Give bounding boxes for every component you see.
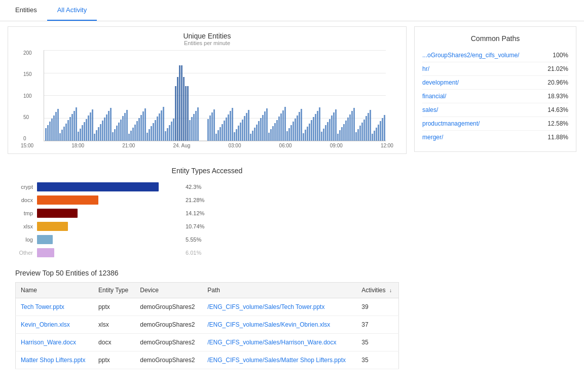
path-row: productmanagement/12.58% <box>422 117 568 131</box>
table-body: Tech Tower.pptxpptxdemoGroupShares2/ENG_… <box>16 298 399 369</box>
y-label-0: 0 <box>23 136 32 141</box>
entity-bar-label: log <box>15 237 33 243</box>
chart-bar <box>169 125 170 141</box>
entity-name-link[interactable]: Harrison_Ware.docx <box>21 339 76 346</box>
chart-bar <box>337 134 339 141</box>
path-name[interactable]: productmanagement/ <box>422 120 480 127</box>
chart-bar <box>96 130 97 141</box>
tab-all-activity[interactable]: All Activity <box>47 0 97 21</box>
path-name[interactable]: financial/ <box>422 93 446 100</box>
cell-name[interactable]: Kevin_Obrien.xlsx <box>16 316 94 334</box>
entity-bar-value: 6.01% <box>186 250 201 256</box>
chart-bar <box>213 109 215 141</box>
chart-bar <box>331 115 333 141</box>
path-name[interactable]: merger/ <box>422 134 443 141</box>
chart-bar <box>76 107 77 141</box>
chart-bar <box>126 110 128 141</box>
chart-bar <box>234 132 235 141</box>
chart-bar <box>144 108 146 141</box>
chart-bar <box>138 118 140 141</box>
col-activities[interactable]: Activities ↓ <box>356 283 398 298</box>
path-link[interactable]: /ENG_CIFS_volume/Sales/Kevin_Obrien.xlsx <box>207 321 330 328</box>
cell-path[interactable]: /ENG_CIFS_volume/Sales/Harrison_Ware.doc… <box>202 334 356 351</box>
chart-bar <box>207 119 209 141</box>
entities-table: Name Entity Type Device Path Activities … <box>15 282 399 369</box>
tabs-container: Entities All Activity <box>0 0 584 21</box>
chart-bar <box>305 130 306 141</box>
entity-bar-row: Other6.01% <box>15 248 399 257</box>
chart-bar <box>78 132 79 141</box>
chart-bar <box>266 108 268 141</box>
path-percentage: 18.93% <box>548 93 568 100</box>
cell-name[interactable]: Tech Tower.pptx <box>16 298 94 316</box>
left-panel: Unique Entities Entities per minute 200 … <box>8 26 407 369</box>
path-name[interactable]: ...oGroupShares2/eng_cifs_volume/ <box>422 52 519 59</box>
chart-bar <box>351 111 353 141</box>
table-header: Name Entity Type Device Path Activities … <box>16 283 399 298</box>
chart-bar <box>74 111 75 141</box>
chart-bar <box>297 115 298 141</box>
path-link[interactable]: /ENG_CIFS_volume/Sales/Matter Shop Lifte… <box>207 357 346 364</box>
chart-bar <box>82 125 83 141</box>
cell-name[interactable]: Harrison_Ware.docx <box>16 334 94 351</box>
chart-bar <box>282 110 284 141</box>
entity-bar-fill <box>37 209 78 218</box>
path-link[interactable]: /ENG_CIFS_volume/Sales/Tech Tower.pptx <box>207 303 324 310</box>
chart-bars <box>44 50 386 141</box>
chart-bar <box>59 133 61 141</box>
chart-bar <box>380 121 381 141</box>
entity-name-link[interactable]: Kevin_Obrien.xlsx <box>21 321 70 328</box>
cell-device: demoGroupShares2 <box>135 298 202 316</box>
entity-bar-value: 10.74% <box>186 223 204 229</box>
chart-bar <box>270 129 272 141</box>
chart-bar <box>69 117 71 141</box>
chart-bar <box>49 122 51 141</box>
chart-bar <box>211 112 213 141</box>
chart-bar <box>185 86 187 141</box>
chart-bar <box>106 114 107 141</box>
entity-bar-fill <box>37 235 53 244</box>
chart-bar <box>94 134 95 141</box>
entity-name-link[interactable]: Tech Tower.pptx <box>21 303 64 310</box>
chart-bar <box>232 108 233 141</box>
path-percentage: 21.02% <box>548 65 568 72</box>
entity-bars: crypt42.3%docx21.28%tmp14.12%xlsx10.74%l… <box>15 182 399 257</box>
entity-bar-fill <box>37 182 159 191</box>
chart-bar <box>244 116 245 141</box>
entity-bar-value: 5.55% <box>186 237 201 243</box>
chart-bar <box>248 110 249 141</box>
cell-name[interactable]: Matter Shop Lifters.pptx <box>16 351 94 369</box>
chart-bar <box>195 111 197 141</box>
chart-bar <box>252 131 253 141</box>
cell-path[interactable]: /ENG_CIFS_volume/Sales/Matter Shop Lifte… <box>202 351 356 369</box>
chart-bar <box>333 112 335 141</box>
chart-bar <box>177 77 178 141</box>
chart-bar <box>92 109 93 141</box>
cell-path[interactable]: /ENG_CIFS_volume/Sales/Kevin_Obrien.xlsx <box>202 316 356 334</box>
chart-bar <box>53 115 55 141</box>
tab-entities[interactable]: Entities <box>5 0 47 21</box>
entity-types-title: Entity Types Accessed <box>15 167 399 175</box>
preview-title: Preview Top 50 Entities of 12386 <box>15 269 399 277</box>
entity-bar-label: tmp <box>15 210 33 216</box>
chart-bar <box>110 108 112 141</box>
path-name[interactable]: development/ <box>422 79 459 86</box>
path-link[interactable]: /ENG_CIFS_volume/Sales/Harrison_Ware.doc… <box>207 339 336 346</box>
paths-list: ...oGroupShares2/eng_cifs_volume/100%hr/… <box>422 49 568 144</box>
table-row: Kevin_Obrien.xlsxxlsxdemoGroupShares2/EN… <box>16 316 399 334</box>
path-name[interactable]: sales/ <box>422 106 438 113</box>
entity-bar-row: xlsx10.74% <box>15 222 399 231</box>
chart-bar <box>238 126 239 141</box>
path-name[interactable]: hr/ <box>422 65 429 72</box>
path-row: sales/14.63% <box>422 103 568 117</box>
path-percentage: 20.96% <box>548 79 568 86</box>
chart-bar <box>246 113 247 141</box>
chart-bar <box>258 121 260 141</box>
chart-bar <box>114 129 116 141</box>
entity-bar-label: docx <box>15 197 33 203</box>
entity-name-link[interactable]: Matter Shop Lifters.pptx <box>21 357 85 364</box>
chart-bar <box>55 112 57 141</box>
cell-path[interactable]: /ENG_CIFS_volume/Sales/Tech Tower.pptx <box>202 298 356 316</box>
chart-bar <box>61 130 63 141</box>
chart-bar <box>323 129 324 141</box>
